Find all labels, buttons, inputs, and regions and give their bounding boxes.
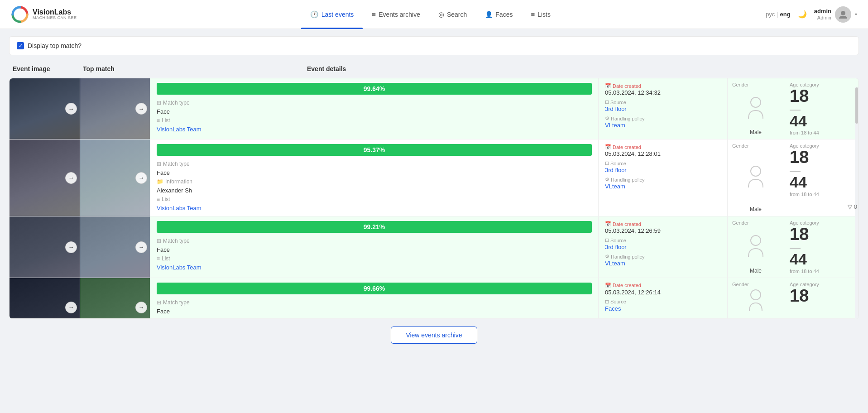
age-num2-2: 44: [790, 174, 853, 191]
match-details-3: 99.21% ⊞ Match type Face ≡ List VisionLa…: [150, 216, 598, 277]
username-label: admin: [814, 8, 831, 15]
col-spacer: [153, 65, 307, 72]
policy-value-2[interactable]: VLteam: [605, 183, 721, 190]
event-image-nav-btn-1[interactable]: →: [65, 103, 77, 115]
list-value-3[interactable]: VisionLabs Team: [157, 264, 201, 271]
user-menu[interactable]: admin Admin ▾: [814, 6, 857, 23]
match-type-icon-2: ⊞: [157, 161, 161, 167]
header-right: рус | eng 🌙 admin Admin ▾: [766, 6, 857, 23]
top-match-image-1[interactable]: →: [80, 78, 150, 139]
display-top-match-label: Display top match?: [28, 42, 82, 49]
gender-cell-3: Gender Male: [727, 216, 784, 277]
brand-name: VisionLabs: [33, 8, 77, 16]
event-info-2: 📅 Date created 05.03.2024, 12:28:01 ⊡ So…: [598, 139, 727, 216]
top-match-nav-btn-4[interactable]: →: [135, 302, 147, 313]
role-label: Admin: [814, 15, 831, 21]
source-icon-3: ⊡: [605, 237, 609, 243]
gender-label-3: Gender: [732, 220, 749, 226]
logo[interactable]: VisionLabs MACHINES CAN SEE: [11, 5, 77, 24]
display-top-match-checkbox[interactable]: ✓: [17, 42, 24, 49]
table-row: → → 95.37% ⊞ Match type Face 📁 Informati…: [10, 139, 858, 216]
match-type-icon-3: ⊞: [157, 238, 161, 244]
list-value-1[interactable]: VisionLabs Team: [157, 126, 201, 133]
table-row: → → 99.21% ⊞ Match type Face ≡ List: [10, 216, 858, 278]
event-image-1[interactable]: →: [10, 78, 80, 139]
gender-cell-1: Gender Male: [727, 78, 784, 139]
source-value-2[interactable]: 3rd floor: [605, 167, 721, 173]
event-info-4: 📅 Date created 05.03.2024, 12:26:14 ⊡ So…: [598, 278, 727, 318]
date-label-2: 📅 Date created: [605, 144, 721, 150]
view-events-archive-button[interactable]: View events archive: [391, 327, 477, 344]
top-match-nav-btn-2[interactable]: →: [135, 172, 147, 184]
top-match-nav-btn-3[interactable]: →: [135, 241, 147, 253]
lang-en[interactable]: eng: [780, 11, 791, 18]
match-details-4: 99.66% ⊞ Match type Face: [150, 278, 598, 318]
source-label-1: ⊡ Source: [605, 99, 721, 105]
nav-last-events[interactable]: 🕐 Last events: [301, 0, 363, 29]
age-num2-3: 44: [790, 251, 853, 268]
event-image-nav-btn-4[interactable]: →: [65, 302, 77, 313]
filter-icon: ▽: [848, 203, 852, 210]
list-icon-2: ≡: [157, 196, 160, 202]
filter-button[interactable]: ▽ 0: [848, 203, 857, 210]
source-icon-4: ⊡: [605, 299, 609, 305]
nav-lists[interactable]: ≡ Lists: [522, 0, 560, 29]
policy-icon-3: ⚙: [605, 254, 609, 259]
gender-cell-4: Gender: [727, 278, 784, 318]
event-info-3: 📅 Date created 05.03.2024, 12:26:59 ⊡ So…: [598, 216, 727, 277]
policy-value-1[interactable]: VLteam: [605, 122, 721, 129]
date-label-1: 📅 Date created: [605, 83, 721, 89]
main-nav: 🕐 Last events ≡ Events archive ◎ Search …: [95, 0, 766, 29]
scrollbar[interactable]: [855, 78, 858, 319]
main-content: ✓ Display top match? Event image Top mat…: [0, 29, 868, 413]
policy-label-1: ⚙ Handling policy: [605, 115, 721, 121]
nav-events-archive[interactable]: ≡ Events archive: [363, 0, 429, 29]
events-list: → → 99.64% ⊞ Match type Face ≡ List: [9, 78, 859, 319]
top-match-toggle-row: ✓ Display top match?: [9, 36, 859, 55]
nav-faces[interactable]: 👤 Faces: [476, 0, 522, 29]
event-image-2[interactable]: →: [10, 139, 80, 216]
person-female-icon: [746, 288, 766, 313]
age-range-3: from 18 to 44: [790, 269, 853, 274]
calendar-icon-4: 📅: [605, 283, 611, 288]
list-label-2: List: [162, 196, 170, 202]
filter-count: 0: [854, 203, 857, 210]
event-image-3[interactable]: →: [10, 216, 80, 277]
svg-point-4: [751, 235, 761, 245]
source-value-1[interactable]: 3rd floor: [605, 106, 721, 112]
nav-search[interactable]: ◎ Search: [429, 0, 476, 29]
date-value-2: 05.03.2024, 12:28:01: [605, 150, 721, 157]
list-value-2[interactable]: VisionLabs Team: [157, 205, 201, 211]
age-cell-1: Age category 18 — 44 from 18 to 44: [784, 78, 858, 139]
match-type-value-2: Face: [157, 169, 170, 176]
brand-tagline: MACHINES CAN SEE: [33, 16, 77, 20]
list-label-3: List: [162, 255, 170, 262]
dark-mode-toggle[interactable]: 🌙: [798, 10, 807, 19]
top-match-image-4[interactable]: →: [80, 278, 150, 319]
event-info-1: 📅 Date created 05.03.2024, 12:34:32 ⊡ So…: [598, 78, 727, 139]
view-archive-section: View events archive: [9, 319, 859, 351]
policy-icon: ⚙: [605, 115, 609, 121]
event-image-nav-btn-3[interactable]: →: [65, 241, 77, 253]
person-male-icon: [746, 96, 766, 121]
event-image-4[interactable]: →: [10, 278, 80, 319]
top-match-image-3[interactable]: →: [80, 216, 150, 277]
gender-value-3: Male: [750, 268, 762, 274]
gender-value-1: Male: [750, 129, 762, 135]
table-header: Event image Top match Event details: [9, 62, 859, 75]
policy-value-3[interactable]: VLteam: [605, 260, 721, 267]
table-row: → → 99.64% ⊞ Match type Face ≡ List: [10, 78, 858, 139]
avatar: [835, 6, 851, 23]
col-event-image: Event image: [13, 65, 83, 72]
event-image-nav-btn-2[interactable]: →: [65, 172, 77, 184]
search-icon: ◎: [438, 10, 444, 19]
lang-ru[interactable]: рус: [766, 11, 775, 18]
col-age: [493, 65, 567, 72]
gender-cell-2: Gender Male: [727, 139, 784, 216]
top-match-nav-btn-1[interactable]: →: [135, 103, 147, 115]
match-type-label-2: Match type: [163, 161, 190, 167]
source-value-4[interactable]: Faces: [605, 305, 721, 312]
source-value-3[interactable]: 3rd floor: [605, 244, 721, 250]
top-match-image-2[interactable]: →: [80, 139, 150, 216]
match-details-2: 95.37% ⊞ Match type Face 📁 Information A…: [150, 139, 598, 216]
